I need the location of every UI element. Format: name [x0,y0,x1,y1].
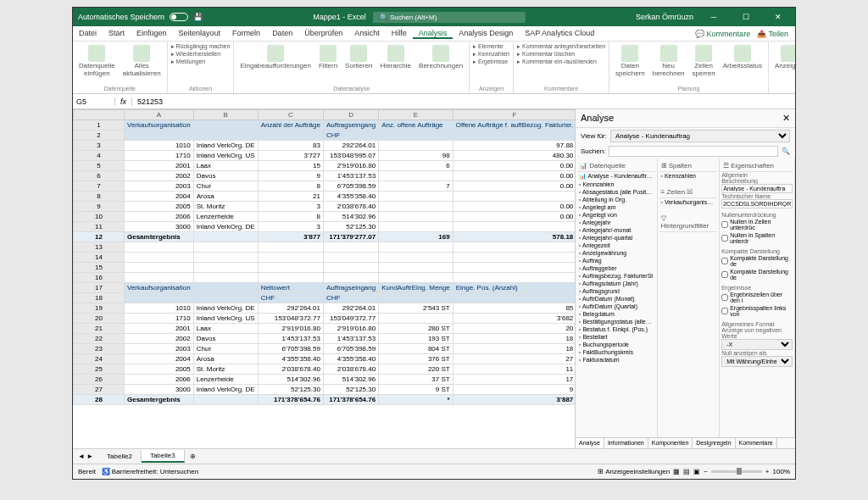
chk-rows[interactable] [721,221,728,228]
ribbon-datenquelle[interactable]: Datenquelleeinfügen [76,43,118,80]
save-icon[interactable]: 💾 [193,13,203,21]
user-name[interactable]: Serkan Ömrüuzn [636,13,693,21]
share-button[interactable]: 📤 Teilen [757,30,788,38]
ribbon-anzeigen[interactable]: Anzeigen [772,43,796,72]
panel-close-icon[interactable]: ✕ [782,113,790,124]
ribbon-kommentar-anlegen/bearbeiten[interactable]: ▸ Kommentar anlegen/bearbeiten [517,43,605,50]
ribbon-berechnungen[interactable]: Berechnungen [416,43,465,72]
ribbon-kommentar-ein-/ausblenden[interactable]: ▸ Kommentar ein-/ausblenden [517,58,597,65]
unit-select[interactable]: Mit Währung/Einheit [721,356,793,367]
ds-item[interactable]: ▫ Auftragsgrund [577,287,655,295]
name-box[interactable]: G5 [73,97,115,106]
sheet-tab-1[interactable]: Tabelle2 [98,451,142,462]
menu-tab-sap analytics cloud[interactable]: SAP Analytics Cloud [519,29,600,39]
menu-tab-daten[interactable]: Daten [266,29,298,39]
menu-tab-analysis[interactable]: Analysis [413,29,453,39]
ribbon-elemente[interactable]: ▸ Elemente [473,43,504,50]
zoom-slider[interactable] [711,470,762,473]
search-box[interactable]: 🔍 Suchen (Alt+M) [373,12,526,23]
ds-item[interactable]: ▫ Anlegejahr [577,219,655,226]
panel-tab-designregeln[interactable]: Designregeln [693,438,735,448]
accessibility-status[interactable]: ♿ Barrierefreiheit: Untersuchen [102,468,199,475]
minimize-button[interactable]: ─ [702,13,726,21]
menu-tab-seitenlayout[interactable]: Seitenlayout [173,29,227,39]
ds-item[interactable]: ▫ Auftragsbezog. FakturierSt [577,272,655,280]
menu-tab-ansicht[interactable]: Ansicht [348,29,386,39]
ds-item[interactable]: ▫ Bestatus f. Einkpl. (Pos.) [577,325,655,333]
ribbon-hierarchie[interactable]: Hierarchie [378,43,414,72]
ds-item[interactable]: ▫ Absagestatus (alle Positione [577,188,655,196]
maximize-button[interactable]: ☐ [734,13,758,21]
field-verkauf[interactable]: ▫ Verkaufsorganisation [659,198,718,206]
ds-item[interactable]: ▫ Anlegejahr/-quartal [577,234,655,242]
ds-item[interactable]: ▫ Bestätigungsstatus (alle Pos [577,318,655,325]
ribbon-wiederherstellen[interactable]: ▸ Wiederherstellen [171,51,220,58]
menu-tab-analysis design[interactable]: Analysis Design [453,29,519,39]
ds-item[interactable]: ▫ Kennzahlen [577,181,655,188]
zoom-level[interactable]: 100% [773,468,790,475]
view-layout-icon[interactable]: ▤ [683,468,690,475]
close-button[interactable]: ✕ [766,13,790,21]
ds-item[interactable]: ▫ Angelegt von [577,211,655,219]
field-kennzahlen[interactable]: ▫ Kennzahlen [659,172,718,180]
ds-item[interactable]: ▫ Angelegt am [577,203,655,211]
fx-icon[interactable]: fx [115,97,132,106]
view-normal-icon[interactable]: ▦ [673,468,680,475]
sheet-tab-2[interactable]: Tabelle3 [142,450,185,463]
menu-tab-datei[interactable]: Datei [73,29,103,39]
chk-e1[interactable] [721,294,728,301]
menu-tab-überprüfen[interactable]: Überprüfen [298,29,348,39]
view-break-icon[interactable]: ▣ [693,468,700,475]
panel-search-input[interactable] [609,146,778,157]
ds-item[interactable]: ▫ FaktBuchungskreis [577,348,655,356]
ribbon-daten[interactable]: Datenspeichern [613,43,648,80]
ribbon-ergebnisse[interactable]: ▸ Ergebnisse [473,58,508,65]
ds-item[interactable]: ▫ Anlegejahr/-monat [577,226,655,234]
desc-input[interactable] [721,184,793,193]
autosave-toggle[interactable] [170,13,188,21]
ribbon-kommentar-löschen[interactable]: ▸ Kommentar löschen [517,51,575,58]
chk-e2[interactable] [721,308,728,314]
formula-input[interactable]: 521253 [132,97,168,106]
ds-item[interactable]: ▫ Anlegezeit [577,242,655,249]
panel-tab-informationen[interactable]: Informationen [604,438,648,448]
panel-tab-komponenten[interactable]: Komponenten [648,438,693,448]
ribbon-rückgängig-machen[interactable]: ▸ Rückgängig machen [171,43,231,50]
ds-item[interactable]: 📊 Analyse - Kundenauftrag [577,172,655,181]
menu-tab-formeln[interactable]: Formeln [226,29,266,39]
comments-button[interactable]: 💬 Kommentare [695,30,750,38]
sheet-nav[interactable]: ◄ ► [73,453,98,460]
view-select[interactable]: Analyse - Kundenauftrag [610,130,790,142]
ribbon-filtern[interactable]: Filtern [316,43,340,72]
panel-tab-analyse[interactable]: Analyse [576,438,604,448]
chk-k2[interactable] [721,271,728,278]
ds-item[interactable]: ▫ Auftragsdatum (Jahr) [577,280,655,287]
menu-tab-hilfe[interactable]: Hilfe [386,29,413,39]
ribbon-zellen[interactable]: Zellensperren [690,43,718,80]
ds-item[interactable]: ▫ Anzeigewährung [577,249,655,257]
ds-item[interactable]: ▫ AuftrDatum (Quartal) [577,303,655,310]
ribbon-neu[interactable]: Neuberechnen [650,43,687,80]
chk-cols[interactable] [721,235,728,242]
menu-tab-einfügen[interactable]: Einfügen [131,29,173,39]
zoom-out[interactable]: − [704,468,708,475]
ds-item[interactable]: ▫ Buchungsperiode [577,341,655,348]
neg-select[interactable]: -X [721,339,793,350]
chk-k1[interactable] [721,258,728,264]
ds-item[interactable]: ▫ Fakturadatum [577,356,655,364]
ribbon-kennzahlen[interactable]: ▸ Kennzahlen [473,51,509,58]
ribbon-sortieren[interactable]: Sortieren [342,43,375,72]
search-icon[interactable]: 🔍 [782,147,790,155]
ribbon-alles[interactable]: Allesaktualisieren [120,43,164,80]
zoom-in[interactable]: + [765,468,770,475]
tech-input[interactable] [721,199,793,208]
ds-item[interactable]: ▫ Bestellart [577,333,655,341]
ds-item[interactable]: ▫ AuftrDatum (Monat) [577,295,655,303]
display-settings[interactable]: ⊞ Anzeigeeinstellungen [598,468,670,475]
ribbon-arbeitsstatus[interactable]: Arbeitsstatus [721,43,765,72]
ds-item[interactable]: ▫ Abteilung in Org. [577,196,655,203]
spreadsheet-grid[interactable]: ABCDEFG1VerkaufsorganisationAnzahl der A… [73,109,575,448]
ribbon-eingabeaufforderungen[interactable]: Eingabeaufforderungen [237,43,313,72]
ds-item[interactable]: ▫ Auftraggeber [577,264,655,272]
ds-item[interactable]: ▫ Belegdatum [577,310,655,318]
